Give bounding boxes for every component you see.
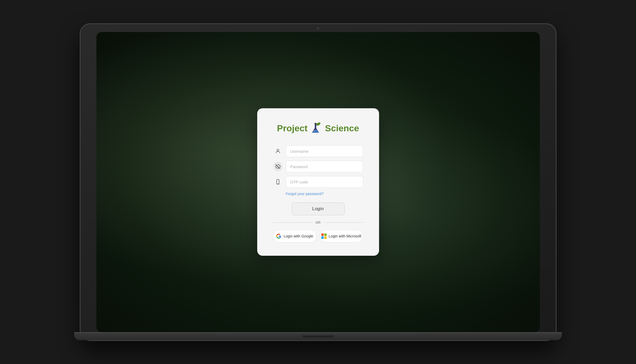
username-group — [273, 145, 363, 157]
microsoft-button-label: Login with Microsoft — [329, 234, 362, 238]
laptop-frame: Project — [80, 23, 557, 341]
phone-icon — [273, 177, 283, 187]
microsoft-icon — [321, 233, 327, 239]
social-buttons: Login with Google Login with Microsoft — [273, 230, 363, 242]
forgot-password-anchor[interactable]: Forgot your password? — [286, 192, 324, 196]
logo-project-text: Project — [277, 123, 308, 133]
laptop-base — [74, 332, 562, 340]
divider-line-right — [324, 222, 363, 223]
or-divider: OR — [273, 221, 363, 224]
laptop-notch — [302, 335, 334, 338]
svg-point-3 — [314, 130, 315, 131]
password-group — [273, 161, 363, 172]
google-login-button[interactable]: Login with Google — [273, 230, 317, 242]
logo: Project — [277, 122, 359, 135]
svg-point-4 — [277, 149, 279, 151]
login-button[interactable]: Login — [292, 203, 345, 215]
login-card: Project — [257, 108, 379, 256]
user-icon — [273, 146, 283, 156]
microsoft-login-button[interactable]: Login with Microsoft — [320, 230, 363, 242]
password-input[interactable] — [286, 161, 363, 172]
laptop-screen: Project — [96, 32, 540, 332]
password-toggle-icon[interactable] — [273, 162, 283, 171]
username-input[interactable] — [286, 145, 363, 157]
google-icon — [276, 233, 281, 239]
logo-area: Project — [273, 122, 363, 135]
forgot-password-link[interactable]: Forgot your password? — [286, 191, 363, 196]
laptop-camera — [317, 27, 320, 30]
otp-input[interactable] — [286, 176, 363, 188]
svg-rect-2 — [314, 123, 317, 124]
logo-science-text: Science — [325, 123, 359, 133]
divider-line-left — [273, 222, 312, 223]
logo-icon — [310, 122, 323, 135]
otp-group — [273, 176, 363, 188]
or-text: OR — [315, 221, 321, 224]
google-button-label: Login with Google — [283, 234, 313, 238]
